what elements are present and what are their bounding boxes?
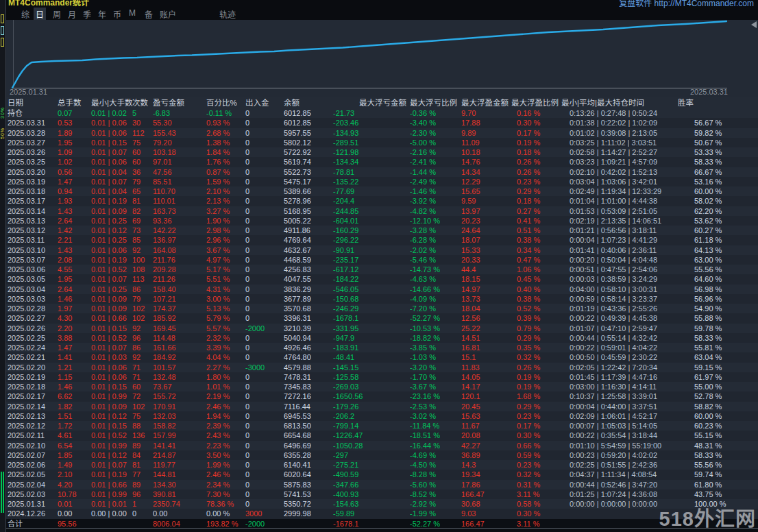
table-row-36[interactable]: 2025.02.061.490.01 | 0.0781119.771.99 %0…	[6, 460, 758, 470]
table-row-22[interactable]: 2025.02.262.200.01 | 0.1592169.455.57 %-…	[6, 324, 758, 333]
tab-2[interactable]: 周	[51, 8, 63, 20]
table-row-31[interactable]: 2025.02.131.510.01 | 0.1275132.031.94 %0…	[6, 411, 758, 421]
table-row-14[interactable]: 2025.03.101.430.01 | 0.0692164.083.67 %0…	[6, 245, 758, 255]
cell-9: -11.84 %	[410, 421, 461, 431]
cell-5: 2.96 %	[206, 235, 245, 245]
cell-13: 53.62 %	[693, 216, 751, 226]
table-row-32[interactable]: 2025.02.121.720.01 | 0.1588158.822.39 %0…	[6, 421, 758, 431]
tab-0[interactable]: 综	[19, 8, 32, 20]
table-row-11[interactable]: 2025.03.132.640.01 | 0.256993.361.90 %05…	[6, 216, 758, 226]
tab-1-active[interactable]: 日	[34, 8, 46, 20]
table-row-25[interactable]: 2025.02.211.410.01 | 0.0392184.924.04 %0…	[6, 352, 758, 362]
table-row-21[interactable]: 2025.02.274.300.01 | 0.66102185.925.79 %…	[6, 313, 758, 323]
table-row-41[interactable]: 2024.12.260.000.00 | 0.0000.000.00 %3000…	[6, 509, 758, 518]
scroll-left-arrow-icon[interactable]	[751, 21, 757, 28]
cell-2: 0.01 | 0.04	[91, 186, 132, 196]
cell-1: 0.94	[58, 186, 91, 196]
table-row-27[interactable]: 2025.02.191.150.01 | 0.0671132.481.80 %0…	[6, 372, 758, 382]
cell-9: -3.85 %	[410, 343, 461, 352]
table-row-4[interactable]: 2025.03.261.090.01 | 0.0760103.181.84 %0…	[6, 147, 758, 157]
tab-3[interactable]: 月	[66, 8, 78, 20]
cell-7: 5875.83	[284, 480, 333, 489]
cell-9: -3.40 %	[410, 118, 461, 128]
table-row-1[interactable]: 2025.03.310.530.01 | 0.063055.300.93 %06…	[6, 118, 758, 128]
cell-9: -2.16 %	[410, 147, 461, 157]
cell-2: 0.01 | 0.15	[91, 382, 132, 391]
cell-6: 0	[245, 391, 284, 401]
cell-0: 2025.03.13	[8, 216, 58, 226]
cell-7: 3210.39	[284, 324, 333, 333]
cell-8: -1678.1	[333, 313, 410, 323]
cell-5: 2.39 %	[206, 421, 245, 431]
table-row-3[interactable]: 2025.03.271.950.01 | 0.157579.201.38 %05…	[6, 138, 758, 147]
table-row-6[interactable]: 2025.03.200.560.01 | 0.043647.560.87 %05…	[6, 167, 758, 177]
cell-0: 2025.03.17	[8, 196, 58, 206]
cell-10: 36.89	[461, 450, 515, 460]
cell-8: -269.03	[333, 382, 410, 391]
cell-9: -1.99 %	[410, 509, 461, 518]
table-row-26[interactable]: 2025.02.201.210.01 | 0.0671101.572.27 %-…	[6, 363, 758, 372]
table-row-20[interactable]: 2025.02.281.970.01 | 0.09102174.375.13 %…	[6, 304, 758, 313]
table-row-9[interactable]: 2025.03.171.930.01 | 0.1981110.012.13 %0…	[6, 196, 758, 206]
table-row-28[interactable]: 2025.02.181.460.01 | 0.156073.671.01 %07…	[6, 382, 758, 391]
table-row-15[interactable]: 2025.03.072.080.01 | 0.19100211.764.97 %…	[6, 255, 758, 265]
tab-9[interactable]: 账户	[158, 8, 178, 20]
cell-2: 0.01 | 0.04	[91, 167, 132, 177]
table-row-0[interactable]: 持仓0.070.01 | 0.025-6.83-0.11 %06012.85-2…	[6, 108, 758, 118]
table-row-10[interactable]: 2025.03.141.430.01 | 0.0982163.733.27 %0…	[6, 206, 758, 216]
cell-1: 1.21	[58, 363, 91, 372]
table-row-2[interactable]: 2025.03.281.890.01 | 0.06112155.432.68 %…	[6, 128, 758, 138]
cell-11: 0.34 %	[515, 245, 570, 255]
table-row-7[interactable]: 2025.03.191.470.01 | 0.077985.511.59 %05…	[6, 177, 758, 186]
tab-7[interactable]: M	[127, 8, 138, 19]
cell-0: 2025.02.07	[8, 450, 58, 460]
table-row-8[interactable]: 2025.03.180.940.01 | 0.0465110.702.10 %0…	[6, 186, 758, 196]
table-row-5[interactable]: 2025.03.251.020.01 | 0.066097.011.76 %05…	[6, 157, 758, 167]
table-row-18[interactable]: 2025.03.042.640.01 | 0.2586158.404.31 %0…	[6, 285, 758, 294]
tab-5[interactable]: 年	[96, 8, 108, 20]
tab-4[interactable]: 季	[81, 8, 93, 20]
cell-11: 1.06 %	[515, 265, 570, 274]
cell-3: 60	[132, 147, 153, 157]
cell-9: -3.02 %	[410, 411, 461, 421]
table-row-34[interactable]: 2025.02.106.540.01 | 0.9989141.412.23 %0…	[6, 441, 758, 450]
table-row-12[interactable]: 2025.03.121.420.01 | 0.1273142.222.98 %0…	[6, 226, 758, 235]
table-row-38[interactable]: 2025.02.044.200.01 | 0.6689134.302.34 %0…	[6, 480, 758, 489]
column-header-10: 最大浮盈金额	[461, 97, 515, 108]
cell-6: 0	[245, 441, 284, 450]
table-row-19[interactable]: 2025.03.031.460.01 | 0.0979107.213.00 %0…	[6, 294, 758, 304]
cell-9: -2.92 %	[410, 499, 461, 509]
cell-2: 0.01 | 0.12	[91, 450, 132, 460]
cell-13: 55.56 %	[693, 460, 751, 470]
tab-8[interactable]: 备	[143, 8, 155, 20]
table-row-29[interactable]: 2025.02.176.620.01 | 0.9972155.722.19 %0…	[6, 391, 758, 401]
table-row-35[interactable]: 2025.02.071.850.01 | 0.1284214.873.50 %0…	[6, 450, 758, 460]
table-row-30[interactable]: 2025.02.141.820.01 | 0.09102170.912.46 %…	[6, 402, 758, 411]
cell-7: 4632.67	[284, 245, 333, 255]
cell-7: 3570.68	[284, 304, 333, 313]
table-row-23[interactable]: 2025.02.253.880.01 | 0.5296114.482.32 %0…	[6, 333, 758, 343]
table-row-13[interactable]: 2025.03.112.210.01 | 0.2585136.972.96 %0…	[6, 235, 758, 245]
table-row-39[interactable]: 2025.02.0310.780.01 | 0.9996390.817.30 %…	[6, 489, 758, 499]
cell-3: 71	[132, 363, 153, 372]
cell-8: -297	[333, 450, 410, 460]
table-row-24[interactable]: 2025.02.241.470.01 | 0.0786161.663.39 %0…	[6, 343, 758, 352]
cell-9: -3.92 %	[410, 196, 461, 206]
cell-1: 1.89	[58, 128, 91, 138]
cell-11: 0.18 %	[515, 196, 570, 206]
tab-10[interactable]: 轨迹	[217, 8, 238, 20]
cell-11: 0.19 %	[515, 372, 570, 382]
cell-12: 0:02:19 | 2:13:35 | 14:06:51	[570, 216, 693, 226]
cell-4: 2350.74	[153, 499, 206, 509]
cell-6: 0	[245, 118, 284, 128]
tab-6[interactable]: 币	[111, 8, 123, 20]
table-row-16[interactable]: 2025.03.064.550.01 | 0.52108209.285.17 %…	[6, 265, 758, 274]
cell-8: -134.93	[333, 128, 410, 138]
cell-6: 0	[245, 343, 284, 352]
table-row-37[interactable]: 2025.02.052.100.01 | 0.1977144.812.46 %0…	[6, 470, 758, 479]
table-row-17[interactable]: 2025.03.051.950.01 | 0.07113211.265.51 %…	[6, 274, 758, 284]
cell-11: 0.38 %	[515, 294, 570, 304]
cell-10: 15.63	[461, 411, 515, 421]
table-row-33[interactable]: 2025.02.114.610.01 | 0.52136157.992.43 %…	[6, 431, 758, 440]
table-row-40[interactable]: 2025.01.310.010.01 | 0.0112350.7478.36 %…	[6, 499, 758, 509]
